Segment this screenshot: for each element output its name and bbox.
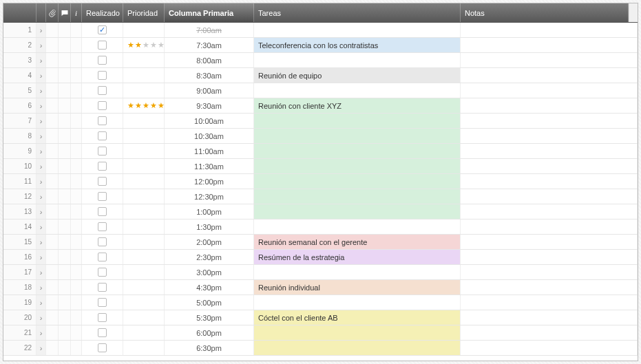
prioridad-cell[interactable] <box>123 235 165 249</box>
attachment-cell[interactable] <box>46 310 59 325</box>
row-expand-handle[interactable]: › <box>36 235 46 249</box>
row-expand-handle[interactable]: › <box>36 98 46 113</box>
table-row[interactable]: 14›1:30pm <box>3 220 638 235</box>
realizado-cell[interactable] <box>82 341 123 355</box>
column-header-tareas[interactable]: Tareas <box>254 3 461 22</box>
info-cell[interactable] <box>71 325 82 340</box>
tareas-cell[interactable]: Reunión semanal con el gerente <box>254 235 461 249</box>
tareas-cell[interactable] <box>254 159 461 173</box>
comment-cell[interactable] <box>59 250 71 264</box>
notas-cell[interactable] <box>461 98 638 113</box>
prioridad-cell[interactable] <box>123 189 165 204</box>
row-number[interactable]: 16 <box>3 250 36 264</box>
primaria-cell[interactable]: 3:00pm <box>165 265 254 279</box>
primaria-cell[interactable]: 1:30pm <box>165 220 254 234</box>
realizado-cell[interactable] <box>82 250 123 264</box>
primaria-cell[interactable]: 11:30am <box>165 159 254 173</box>
attachment-cell[interactable] <box>46 189 59 204</box>
done-checkbox[interactable] <box>98 101 107 110</box>
notas-cell[interactable] <box>461 220 638 234</box>
notas-cell[interactable] <box>461 189 638 204</box>
table-row[interactable]: 2›★★★★★7:30amTeleconferencia con los con… <box>3 38 638 53</box>
tareas-cell[interactable] <box>254 265 461 279</box>
row-expand-handle[interactable]: › <box>36 295 46 310</box>
attachment-cell[interactable] <box>46 129 59 143</box>
column-header-columna-primaria[interactable]: Columna Primaria <box>165 3 254 22</box>
expand-header[interactable] <box>36 3 46 22</box>
row-number[interactable]: 9 <box>3 144 36 158</box>
tareas-cell[interactable]: Reunión individual <box>254 280 461 295</box>
row-expand-handle[interactable]: › <box>36 159 46 173</box>
prioridad-cell[interactable] <box>123 220 165 234</box>
primaria-cell[interactable]: 10:00am <box>165 114 254 128</box>
attachment-cell[interactable] <box>46 295 59 310</box>
info-cell[interactable] <box>71 38 82 52</box>
primaria-cell[interactable]: 2:30pm <box>165 250 254 264</box>
info-cell[interactable] <box>71 310 82 325</box>
notas-cell[interactable] <box>461 38 638 52</box>
prioridad-cell[interactable] <box>123 325 165 340</box>
table-row[interactable]: 1›✓7:00am <box>3 23 638 38</box>
row-expand-handle[interactable]: › <box>36 341 46 355</box>
done-checkbox[interactable] <box>98 192 107 201</box>
tareas-cell[interactable] <box>254 144 461 158</box>
table-row[interactable]: 5›9:00am <box>3 83 638 98</box>
tareas-cell[interactable] <box>254 174 461 189</box>
info-cell[interactable] <box>71 114 82 128</box>
row-number[interactable]: 15 <box>3 235 36 249</box>
primaria-cell[interactable]: 6:00pm <box>165 325 254 340</box>
done-checkbox[interactable] <box>98 222 107 231</box>
column-header-realizado[interactable]: Realizado <box>82 3 123 22</box>
comment-cell[interactable] <box>59 220 71 234</box>
tareas-cell[interactable]: Cóctel con el cliente AB <box>254 310 461 325</box>
realizado-cell[interactable] <box>82 235 123 249</box>
row-number[interactable]: 19 <box>3 295 36 310</box>
row-expand-handle[interactable]: › <box>36 220 46 234</box>
primaria-cell[interactable]: 9:30am <box>165 98 254 113</box>
prioridad-cell[interactable] <box>123 310 165 325</box>
row-expand-handle[interactable]: › <box>36 53 46 67</box>
done-checkbox[interactable] <box>98 116 107 125</box>
done-checkbox[interactable] <box>98 207 107 216</box>
realizado-cell[interactable] <box>82 325 123 340</box>
tareas-cell[interactable] <box>254 129 461 143</box>
realizado-cell[interactable] <box>82 114 123 128</box>
attachment-cell[interactable] <box>46 38 59 52</box>
row-expand-handle[interactable]: › <box>36 265 46 279</box>
notas-cell[interactable] <box>461 129 638 143</box>
row-number[interactable]: 2 <box>3 38 36 52</box>
row-number[interactable]: 6 <box>3 98 36 113</box>
row-number[interactable]: 12 <box>3 189 36 204</box>
primaria-cell[interactable]: 1:00pm <box>165 204 254 219</box>
info-cell[interactable] <box>71 23 82 37</box>
table-row[interactable]: 13›1:00pm <box>3 204 638 220</box>
info-cell[interactable] <box>71 220 82 234</box>
prioridad-cell[interactable] <box>123 83 165 98</box>
done-checkbox[interactable] <box>98 298 107 307</box>
row-number[interactable]: 7 <box>3 114 36 128</box>
table-row[interactable]: 11›12:00pm <box>3 174 638 189</box>
info-cell[interactable] <box>71 98 82 113</box>
info-cell[interactable] <box>71 265 82 279</box>
attachment-cell[interactable] <box>46 114 59 128</box>
tareas-cell[interactable]: Teleconferencia con los contratistas <box>254 38 461 52</box>
comment-cell[interactable] <box>59 83 71 98</box>
comment-cell[interactable] <box>59 204 71 219</box>
grid-body[interactable]: 1›✓7:00am2›★★★★★7:30amTeleconferencia co… <box>3 23 638 361</box>
row-number[interactable]: 20 <box>3 310 36 325</box>
row-expand-handle[interactable]: › <box>36 68 46 83</box>
attachment-cell[interactable] <box>46 174 59 189</box>
attachment-cell[interactable] <box>46 53 59 67</box>
notas-cell[interactable] <box>461 235 638 249</box>
row-expand-handle[interactable]: › <box>36 144 46 158</box>
prioridad-cell[interactable]: ★★★★★ <box>123 38 165 52</box>
prioridad-cell[interactable] <box>123 159 165 173</box>
comment-cell[interactable] <box>59 265 71 279</box>
row-number[interactable]: 17 <box>3 265 36 279</box>
info-cell[interactable] <box>71 159 82 173</box>
realizado-cell[interactable] <box>82 53 123 67</box>
row-expand-handle[interactable]: › <box>36 310 46 325</box>
attachment-cell[interactable] <box>46 265 59 279</box>
primaria-cell[interactable]: 2:00pm <box>165 235 254 249</box>
realizado-cell[interactable] <box>82 295 123 310</box>
